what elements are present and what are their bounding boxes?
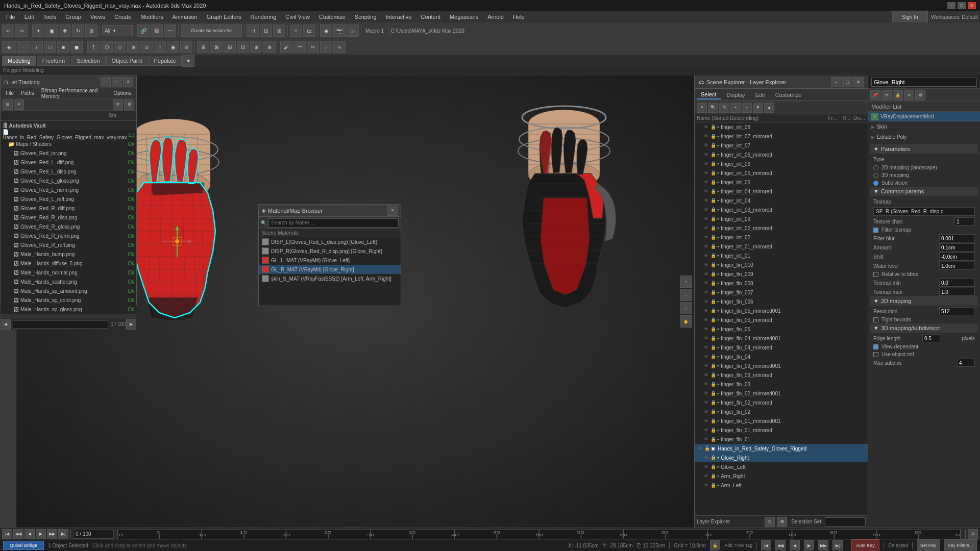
link-button[interactable]: 🔗 <box>137 24 150 37</box>
lock-icon-37[interactable]: 🔒 <box>710 464 716 469</box>
visibility-icon-20[interactable]: 👁 <box>703 308 709 313</box>
visibility-icon-37[interactable]: 👁 <box>703 464 709 469</box>
menu-arnold[interactable]: Arnold <box>483 12 508 22</box>
add-time-tag-btn[interactable]: Add Time Tag <box>724 543 752 548</box>
at-forward-btn[interactable]: ▶ <box>126 319 136 330</box>
se-footer-btn1[interactable]: ⊡ <box>765 517 775 527</box>
visibility-icon-33[interactable]: 👁 <box>703 428 709 433</box>
lock-icon-33[interactable]: 🔒 <box>710 428 716 433</box>
at-item-9[interactable]: 🖼 Gloves_Red_R_diff.pngOk <box>1 204 136 213</box>
se-add-layer-btn[interactable]: + <box>730 103 741 113</box>
unlink-button[interactable]: ⛓ <box>151 24 163 37</box>
visibility-icon-0[interactable]: 👁 <box>703 124 709 130</box>
scene-item-31[interactable]: 👁 🔒 ▪ finger_fin_02 <box>695 407 868 416</box>
frame-counter[interactable]: 0 / 100 <box>73 530 114 539</box>
tight-bounds-row[interactable]: Tight bounds <box>870 316 978 323</box>
scene-item-7[interactable]: 👁 🔒 ▪ finger_int_04_mirrored <box>695 187 868 196</box>
visibility-icon-17[interactable]: 👁 <box>703 281 709 286</box>
lock-icon-25[interactable]: 🔒 <box>710 354 716 359</box>
lock-icon-28[interactable]: 🔒 <box>710 382 716 387</box>
swift-loop-btn[interactable]: ∞ <box>333 41 346 53</box>
visibility-icon-15[interactable]: 👁 <box>703 262 709 267</box>
use-obj-mtl-row[interactable]: Use object mtl <box>870 350 978 358</box>
quixel-bridge-btn[interactable]: Quixel Bridge <box>3 541 44 550</box>
lock-icon-34[interactable]: 🔒 <box>710 437 716 442</box>
menu-graph-editors[interactable]: Graph Editors <box>203 12 246 22</box>
object-name-input[interactable] <box>871 78 977 87</box>
filter-dropdown[interactable]: All▼ <box>102 25 133 36</box>
at-item-6[interactable]: 🖼 Gloves_Red_L_gloss.pngOk <box>1 176 136 185</box>
scene-item-22[interactable]: 👁 🔒 ▪ finger_fin_05 <box>695 324 868 334</box>
lock-icon-18[interactable]: 🔒 <box>710 290 716 295</box>
mb-item-3[interactable]: GL_R_MAT (VRayMtl) [Glove_Right] <box>259 265 401 274</box>
lock-icon-4[interactable]: 🔒 <box>710 161 716 166</box>
scene-item-15[interactable]: 👁 🔒 ▪ finger_fin_010 <box>695 260 868 269</box>
lock-icon-32[interactable]: 🔒 <box>710 418 716 423</box>
cut-btn[interactable]: ✂ <box>307 41 319 53</box>
menu-group[interactable]: Group <box>61 12 85 22</box>
at-item-5[interactable]: 🖼 Gloves_Red_L_disp.pngOk <box>1 167 136 176</box>
at-item-19[interactable]: 🖼 Male_Hands_sp_color.pngOk <box>1 295 136 305</box>
scene-item-6[interactable]: 👁 🔒 ▪ finger_int_05 <box>695 178 868 187</box>
target-weld-btn[interactable]: ⊕ <box>263 41 276 53</box>
lock-icon-6[interactable]: 🔒 <box>710 180 716 185</box>
at-item-15[interactable]: 🖼 Male_Hands_diffuse_5.pngOk <box>1 259 136 268</box>
filter-blur-input[interactable] <box>939 234 975 242</box>
menu-content[interactable]: Content <box>416 12 445 22</box>
mb-list[interactable]: DISP_L(Gloves_Red_L_disp.png) [Glove_Lef… <box>259 237 401 306</box>
prev-key-btn[interactable]: ◀◀ <box>13 529 23 539</box>
selection-sets[interactable]: Create Selection Se <box>181 24 242 37</box>
visibility-icon-4[interactable]: 👁 <box>703 161 709 166</box>
menu-rendering[interactable]: Rendering <box>247 12 281 22</box>
at-item-17[interactable]: 🖼 Male_Hands_scatter.pngOk <box>1 277 136 286</box>
at-item-8[interactable]: 🖼 Gloves_Red_L_refl.pngOk <box>1 194 136 204</box>
visibility-icon-34[interactable]: 👁 <box>703 437 709 442</box>
next-frame-btn[interactable]: ▶| <box>58 529 68 539</box>
visibility-icon-1[interactable]: 👁 <box>703 134 709 139</box>
polygon-btn[interactable]: ■ <box>57 41 69 53</box>
loop-btn[interactable]: ⊙ <box>140 41 153 53</box>
at-item-16[interactable]: 🖼 Male_Hands_normal.pngOk <box>1 268 136 277</box>
se-del-layer-btn[interactable]: − <box>742 103 752 113</box>
element-btn[interactable]: ◼ <box>70 41 83 53</box>
radio-2d-dot[interactable] <box>873 165 878 170</box>
menu-megascans[interactable]: Megascans <box>446 12 482 22</box>
at-item-4[interactable]: 🖼 Gloves_Red_L_diff.pngOk <box>1 158 136 167</box>
scene-item-10[interactable]: 👁 🔒 ▪ finger_int_03 <box>695 214 868 223</box>
scene-item-30[interactable]: 👁 🔒 ▪ finger_fin_02_mirrored <box>695 398 868 407</box>
lock-icon-7[interactable]: 🔒 <box>710 189 716 194</box>
at-item-18[interactable]: 🖼 Male_Hands_sp_amount.pngOk <box>1 286 136 295</box>
auto-key-btn[interactable]: Auto Key <box>851 539 879 551</box>
lock-icon-14[interactable]: 🔒 <box>710 253 716 258</box>
visibility-icon-14[interactable]: 👁 <box>703 253 709 258</box>
at-item-7[interactable]: 🖼 Gloves_Red_L_norm.pngOk <box>1 185 136 194</box>
minimize-button[interactable]: − <box>947 2 955 9</box>
key-filters-btn[interactable]: Key Filters... <box>944 539 977 551</box>
lock-icon-38[interactable]: 🔒 <box>710 473 716 479</box>
visibility-icon-26[interactable]: 👁 <box>703 363 709 368</box>
texture-chan-input[interactable] <box>954 217 975 226</box>
radio-subdivision[interactable]: Subdivision <box>870 179 978 187</box>
visibility-icon-3[interactable]: 👁 <box>703 152 709 157</box>
mb-search-input[interactable] <box>268 218 399 228</box>
at-item-3[interactable]: 🖼 Gloves_Red_ior.pngOk <box>1 148 136 158</box>
delete-mod-btn[interactable]: ✕ <box>904 90 914 101</box>
shift-input[interactable] <box>939 253 975 261</box>
menu-interactive[interactable]: Interactive <box>382 12 416 22</box>
scene-item-27[interactable]: 👁 🔒 ▪ finger_fin_03_mirrored <box>695 370 868 380</box>
mb-item-0[interactable]: DISP_L(Gloves_Red_L_disp.png) [Glove_Lef… <box>259 237 401 246</box>
visibility-icon-39[interactable]: 👁 <box>703 483 709 488</box>
scene-item-5[interactable]: 👁 🔒 ▪ finger_int_05_mirrored <box>695 168 868 178</box>
scene-item-0[interactable]: 👁 🔒 ▪ finger_int_08 <box>695 122 868 132</box>
scene-item-29[interactable]: 👁 🔒 ▪ finger_fin_02_mirrored001 <box>695 389 868 398</box>
lock-icon-29[interactable]: 🔒 <box>710 391 716 396</box>
scene-item-32[interactable]: 👁 🔒 ▪ finger_fin_01_mirrored001 <box>695 416 868 425</box>
visibility-icon-35[interactable]: 👁 <box>697 446 703 451</box>
lock-icon-17[interactable]: 🔒 <box>710 281 716 286</box>
visibility-icon-11[interactable]: 👁 <box>703 226 709 231</box>
lock-icon-11[interactable]: 🔒 <box>710 226 716 231</box>
select-region-button[interactable]: ▣ <box>45 24 58 37</box>
menu-animation[interactable]: Animation <box>168 12 202 22</box>
array-button[interactable]: ⊞ <box>273 24 285 37</box>
visibility-icon-31[interactable]: 👁 <box>703 409 709 414</box>
